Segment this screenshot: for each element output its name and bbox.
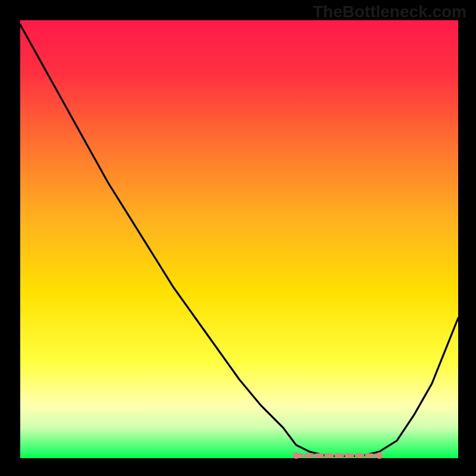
svg-point-1 [293, 452, 299, 459]
plot-background [20, 20, 458, 458]
bottleneck-chart [0, 0, 476, 476]
chart-container: TheBottleneck.com [0, 0, 476, 476]
watermark-text: TheBottleneck.com [313, 2, 466, 21]
svg-point-2 [376, 452, 383, 459]
